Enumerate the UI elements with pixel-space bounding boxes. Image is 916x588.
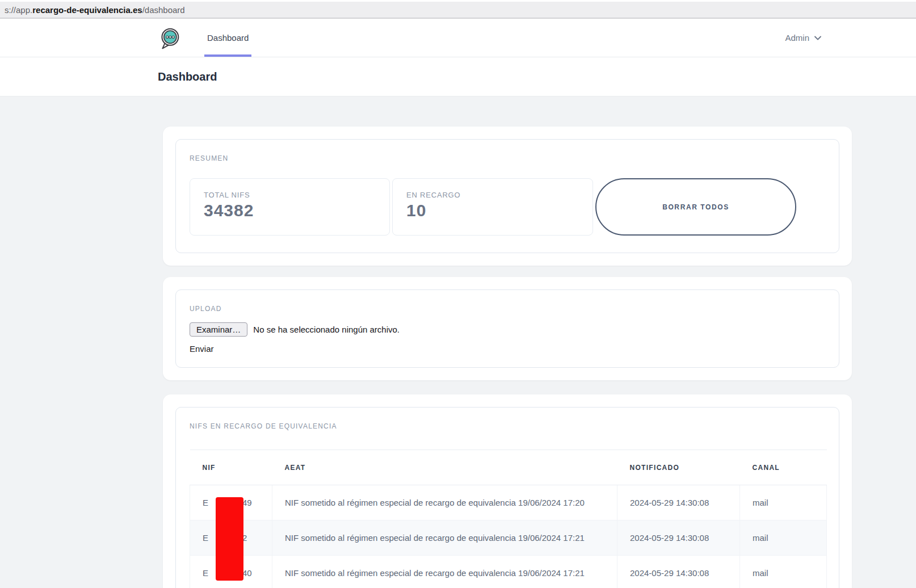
- user-menu-label: Admin: [785, 33, 809, 43]
- nifs-section-label: NIFS EN RECARGO DE EQUIVALENCIA: [190, 422, 825, 430]
- canal-cell: mail: [740, 520, 827, 556]
- stat-label: TOTAL NIFS: [204, 191, 376, 199]
- url-path: /dashboard: [142, 5, 185, 15]
- upload-card: UPLOAD Examinar… No se ha seleccionado n…: [175, 289, 839, 368]
- canal-cell: mail: [740, 556, 827, 588]
- brand-logo: [158, 25, 182, 51]
- column-header-nif: NIF: [190, 450, 272, 485]
- page-header: Dashboard: [0, 57, 916, 96]
- stat-value: 10: [406, 201, 579, 220]
- resumen-section-label: RESUMEN: [190, 154, 825, 162]
- column-header-aeat: AEAT: [272, 450, 617, 485]
- upload-section-label: UPLOAD: [190, 305, 825, 313]
- stats-row: TOTAL NIFS 34382 EN RECARGO 10 BORRAR TO…: [190, 178, 825, 236]
- table-row: E2 NIF sometido al régimen especial de r…: [190, 520, 827, 556]
- notificado-cell: 2024-05-29 14:30:08: [617, 485, 740, 520]
- stat-card-total-nifs: TOTAL NIFS 34382: [190, 178, 390, 236]
- app-navbar: Dashboard Admin: [0, 19, 916, 57]
- column-header-notificado: NOTIFICADO: [617, 450, 740, 485]
- user-menu-admin[interactable]: Admin: [785, 33, 821, 43]
- borrar-todos-button[interactable]: BORRAR TODOS: [595, 178, 796, 236]
- nav-link-dashboard[interactable]: Dashboard: [204, 19, 251, 57]
- page-title: Dashboard: [158, 70, 217, 83]
- browser-address-bar[interactable]: s://app.recargo-de-equivalencia.es/dashb…: [0, 2, 916, 19]
- stat-label: EN RECARGO: [406, 191, 579, 199]
- nav-link-label: Dashboard: [207, 33, 249, 43]
- nifs-card: NIFS EN RECARGO DE EQUIVALENCIA NIF AEAT…: [175, 407, 839, 588]
- resumen-section: RESUMEN TOTAL NIFS 34382 EN RECARGO 10 B…: [163, 127, 852, 266]
- upload-section: UPLOAD Examinar… No se ha seleccionado n…: [163, 277, 852, 380]
- stat-value: 34382: [204, 201, 376, 220]
- url-domain: recargo-de-equivalencia.es: [32, 5, 142, 15]
- nifs-table: NIF AEAT NOTIFICADO CANAL E49 NIF someti…: [190, 450, 827, 588]
- aeat-cell: NIF sometido al régimen especial de reca…: [272, 520, 617, 556]
- table-header-row: NIF AEAT NOTIFICADO CANAL: [190, 450, 827, 485]
- file-input: Examinar… No se ha seleccionado ningún a…: [190, 322, 825, 337]
- url-scheme-prefix: s://app.: [5, 5, 32, 15]
- browse-file-button[interactable]: Examinar…: [190, 322, 247, 337]
- aeat-cell: NIF sometido al régimen especial de reca…: [272, 485, 617, 520]
- aeat-cell: NIF sometido al régimen especial de reca…: [272, 556, 617, 588]
- nifs-section: NIFS EN RECARGO DE EQUIVALENCIA NIF AEAT…: [163, 394, 852, 588]
- nif-redaction-overlay: [216, 497, 243, 581]
- table-row: E49 NIF sometido al régimen especial de …: [190, 485, 827, 520]
- column-header-canal: CANAL: [740, 450, 827, 485]
- file-status-text: No se ha seleccionado ningún archivo.: [253, 325, 400, 334]
- chevron-down-icon: [814, 36, 821, 40]
- main-content: RESUMEN TOTAL NIFS 34382 EN RECARGO 10 B…: [0, 96, 916, 588]
- enviar-button[interactable]: Enviar: [190, 344, 214, 354]
- notificado-cell: 2024-05-29 14:30:08: [617, 556, 740, 588]
- stat-card-en-recargo: EN RECARGO 10: [392, 178, 593, 236]
- canal-cell: mail: [740, 485, 827, 520]
- nifs-table-wrap: NIF AEAT NOTIFICADO CANAL E49 NIF someti…: [190, 450, 825, 588]
- resumen-card: RESUMEN TOTAL NIFS 34382 EN RECARGO 10 B…: [175, 139, 839, 253]
- chat-bubble-icon: [158, 25, 182, 51]
- table-row: E40 NIF sometido al régimen especial de …: [190, 556, 827, 588]
- notificado-cell: 2024-05-29 14:30:08: [617, 520, 740, 556]
